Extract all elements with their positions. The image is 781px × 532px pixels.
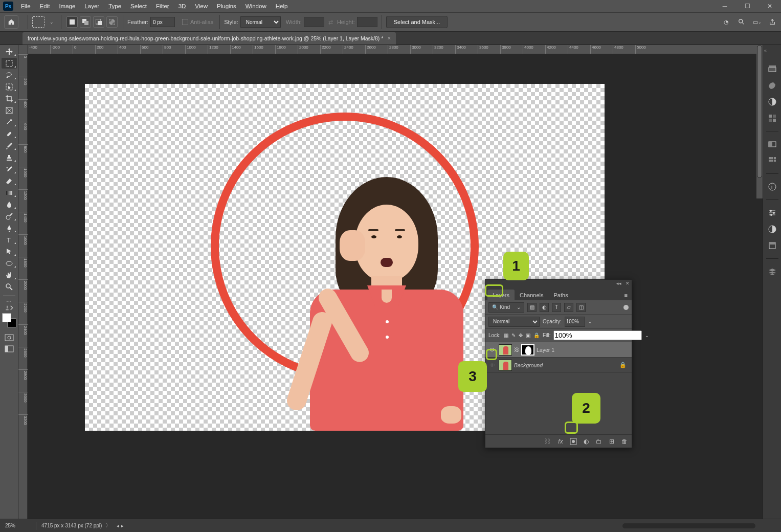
workspace-icon[interactable]: ▭⌄ — [752, 17, 762, 27]
properties-panel-icon[interactable] — [767, 207, 778, 218]
window-minimize[interactable]: ─ — [713, 0, 736, 12]
style-select[interactable]: Normal — [240, 16, 281, 28]
feather-input[interactable] — [150, 17, 175, 27]
color-swatches[interactable] — [2, 313, 16, 327]
swatches-panel-icon[interactable] — [767, 80, 778, 91]
color-panel-icon[interactable] — [767, 63, 778, 75]
fx-icon[interactable]: fx — [556, 437, 565, 446]
layer-thumbnail[interactable] — [499, 360, 512, 371]
mask-thumbnail[interactable] — [521, 344, 534, 356]
menu-select[interactable]: Select — [126, 3, 151, 9]
brush-tool[interactable] — [2, 140, 17, 151]
menu-image[interactable]: Image — [54, 3, 80, 9]
ruler-horizontal[interactable]: -400-20002004006008001000120014001600180… — [28, 45, 763, 54]
mask-link-icon[interactable]: ⛓ — [514, 347, 519, 352]
adjustments2-panel-icon[interactable] — [767, 224, 778, 235]
pen-tool[interactable] — [2, 223, 17, 233]
blur-tool[interactable] — [2, 199, 17, 210]
layer-name[interactable]: Layer 1 — [537, 347, 554, 353]
filter-toggle[interactable] — [623, 305, 629, 310]
path-select-tool[interactable] — [2, 246, 17, 257]
selection-intersect-icon[interactable] — [106, 16, 118, 28]
filter-adjust-icon[interactable]: ◐ — [540, 303, 549, 312]
filter-shape-icon[interactable]: ▱ — [564, 303, 573, 312]
healing-tool[interactable] — [2, 128, 17, 139]
menu-filter[interactable]: Filter — [151, 3, 174, 9]
horizontal-scrollbar[interactable] — [622, 523, 755, 528]
hand-tool[interactable] — [2, 270, 17, 280]
menu-type[interactable]: Type — [104, 3, 126, 9]
dock-expand-icon[interactable]: « — [764, 48, 768, 58]
search-icon[interactable] — [737, 17, 746, 27]
history-brush-tool[interactable] — [2, 164, 17, 174]
filter-pixel-icon[interactable]: ▨ — [527, 303, 537, 312]
menu-layer[interactable]: Layer — [80, 3, 104, 9]
window-maximize[interactable]: ☐ — [736, 0, 758, 12]
layer-name[interactable]: Background — [514, 362, 543, 368]
ruler-origin[interactable] — [18, 45, 28, 54]
panel-close-icon[interactable]: ✕ — [626, 281, 630, 286]
tool-preset-dropdown[interactable]: ⌄ — [47, 19, 57, 25]
object-select-tool[interactable] — [2, 81, 17, 92]
lock-transparent-icon[interactable]: ▦ — [504, 331, 508, 340]
menu-file[interactable]: File — [16, 3, 35, 9]
close-tab-icon[interactable]: × — [387, 35, 391, 42]
stamp-tool[interactable] — [2, 152, 17, 163]
gradients-panel-icon[interactable] — [767, 96, 778, 107]
share-icon[interactable] — [768, 17, 777, 27]
lock-paint-icon[interactable]: ✎ — [511, 331, 516, 340]
type-tool[interactable]: T — [2, 234, 17, 245]
lock-position-icon[interactable]: ✥ — [519, 331, 523, 340]
layer-row[interactable]: 👁 ⛓ Layer 1 — [485, 342, 632, 358]
selection-add-icon[interactable] — [80, 16, 91, 28]
panel-menu-icon[interactable]: ≡ — [620, 290, 632, 300]
info-panel-icon[interactable]: i — [767, 181, 778, 192]
libraries-panel-icon[interactable] — [767, 240, 778, 251]
zoom-level[interactable]: 25% — [5, 523, 31, 528]
select-and-mask-button[interactable]: Select and Mask... — [386, 16, 448, 28]
vertical-scrollbar[interactable] — [756, 45, 763, 198]
menu-edit[interactable]: Edit — [35, 3, 55, 9]
status-nav-left[interactable]: ◂ — [117, 523, 119, 528]
opacity-input[interactable] — [565, 317, 585, 327]
visibility-toggle[interactable]: 👁 — [489, 362, 495, 368]
doc-dimensions[interactable]: 4715 px x 3143 px (72 ppi) — [41, 523, 102, 528]
lock-all-icon[interactable]: 🔒 — [533, 331, 540, 340]
frame-tool[interactable] — [2, 105, 17, 116]
adjustment-layer-icon[interactable]: ◐ — [582, 437, 590, 446]
tab-channels[interactable]: Channels — [515, 290, 548, 300]
panel-collapse-icon[interactable]: ◂◂ — [616, 281, 621, 286]
eyedropper-tool[interactable] — [2, 117, 17, 127]
menu-3d[interactable]: 3D — [174, 3, 191, 9]
lock-artboard-icon[interactable]: ▣ — [526, 331, 530, 340]
tab-paths[interactable]: Paths — [549, 290, 573, 300]
window-close[interactable]: ✕ — [758, 0, 781, 12]
dodge-tool[interactable] — [2, 211, 17, 221]
layer-row[interactable]: 👁 Background 🔒 — [485, 358, 632, 373]
menu-view[interactable]: View — [190, 3, 212, 9]
zoom-tool[interactable] — [2, 281, 17, 292]
styles-panel-icon[interactable] — [767, 155, 778, 166]
layer-filter-kind[interactable]: 🔍 Kind ⌄ — [488, 302, 524, 313]
eraser-tool[interactable] — [2, 175, 17, 186]
new-layer-icon[interactable]: ⊞ — [608, 437, 616, 446]
screenmode-icon[interactable] — [2, 344, 17, 354]
document-tab[interactable]: front-view-young-saleswoman-holding-red-… — [23, 32, 396, 45]
delete-layer-icon[interactable]: 🗑 — [620, 437, 629, 446]
lasso-tool[interactable] — [2, 70, 17, 80]
selection-subtract-icon[interactable] — [93, 16, 104, 28]
marquee-preset-icon[interactable] — [32, 16, 44, 28]
cloud-icon[interactable]: ◔ — [722, 17, 731, 27]
status-chevron-icon[interactable]: 〉 — [106, 522, 110, 529]
home-button[interactable] — [4, 15, 18, 29]
add-mask-icon[interactable] — [569, 437, 577, 446]
menu-plugins[interactable]: Plugins — [212, 3, 241, 9]
move-tool[interactable] — [2, 46, 17, 57]
blend-mode-select[interactable]: Normal — [488, 317, 540, 327]
layer-thumbnail[interactable] — [499, 344, 512, 356]
ruler-vertical[interactable]: 0200400600800100012001400160018002000220… — [18, 54, 28, 519]
group-icon[interactable]: 🗀 — [595, 437, 603, 446]
crop-tool[interactable] — [2, 93, 17, 104]
layers-panel-icon[interactable] — [767, 266, 778, 277]
adjustments-panel-icon[interactable] — [767, 139, 778, 150]
